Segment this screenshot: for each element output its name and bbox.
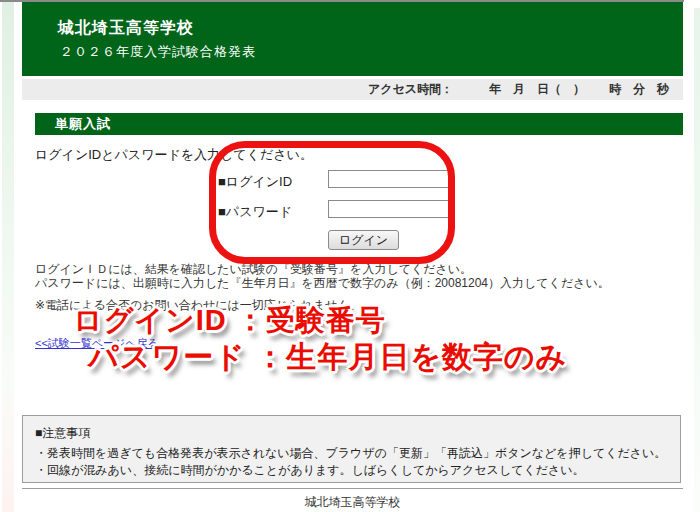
footer-divider xyxy=(22,488,683,489)
password-note: パスワードには、出願時に入力した『生年月日』を西暦で数字のみ（例：2008120… xyxy=(35,275,610,292)
annotation-password: パスワード ：生年月日を数字のみ xyxy=(88,337,567,378)
page-title: 城北埼玉高等学校 xyxy=(58,18,194,39)
annotation-login-id: ログインID ：受験番号 xyxy=(73,301,386,341)
section-bar-tangan-nyushi: 単願入試 xyxy=(35,113,683,135)
red-highlight-circle xyxy=(209,141,455,264)
footer-school-name: 城北埼玉高等学校 xyxy=(22,494,683,511)
caution-item: ・発表時間を過ぎても合格発表が表示されない場合、ブラウザの「更新」「再読込」ボタ… xyxy=(35,445,668,462)
access-time-bar: アクセス時間： 年 月 日（ ） 時 分 秒 xyxy=(22,79,683,100)
caution-box: ■注意事項 ・発表時間を過ぎても合格発表が表示されない場合、ブラウザの「更新」「… xyxy=(22,415,681,483)
page-right-edge xyxy=(694,8,700,512)
page-left-edge xyxy=(2,2,14,512)
access-time-label: アクセス時間： 年 月 日（ ） 時 分 秒 xyxy=(368,81,669,98)
page-subtitle: ２０２６年度入学試験合格発表 xyxy=(60,43,256,61)
section-title: 単願入試 xyxy=(55,115,111,133)
caution-title: ■注意事項 xyxy=(35,425,668,442)
caution-item: ・回線が混みあい、接続に時間がかかることがあります。しばらくしてからアクセスして… xyxy=(35,462,668,479)
site-header: 城北埼玉高等学校 ２０２６年度入学試験合格発表 xyxy=(22,2,683,76)
